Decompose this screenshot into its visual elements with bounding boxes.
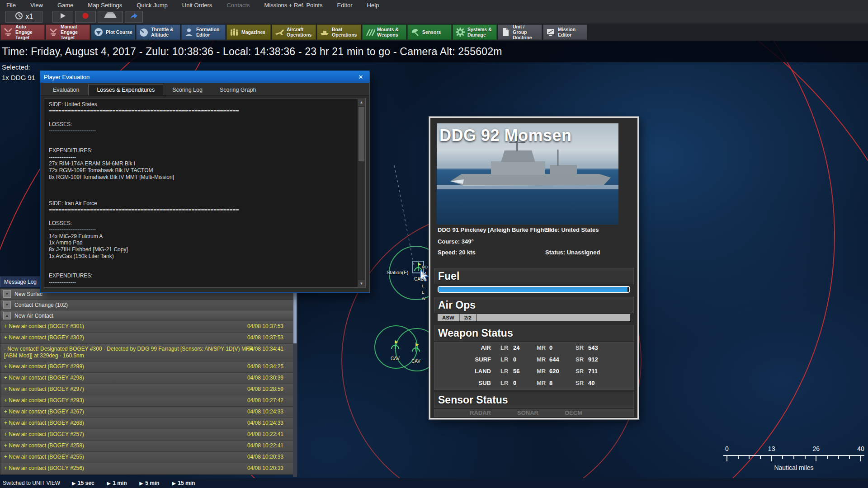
time-bar: Time: Friday, August 4, 2017 - Zulu: 10:… [0, 41, 868, 62]
message-log-body: ▼New Surfac▼Contact Change (102)▲New Air… [0, 288, 297, 475]
log-group-new-air-contact[interactable]: ▲New Air Contact [0, 310, 297, 321]
air-ops-cell-2-2[interactable]: 2/2 [460, 314, 477, 321]
tab-evaluation[interactable]: Evaluation [45, 84, 87, 95]
close-icon[interactable]: ✕ [356, 73, 366, 81]
menu-item-map-settings[interactable]: Map Settings [81, 1, 128, 9]
log-entry[interactable]: + New air contact (BOGEY #302)04/08 10:3… [0, 333, 297, 344]
menu-item-unit-orders[interactable]: Unit Orders [176, 1, 218, 9]
toolbar-button-mission-editor[interactable]: MissionEditor [543, 24, 587, 40]
toolbar-button-boat-operations[interactable]: BoatOperations [317, 24, 361, 40]
selected-value: 1x DDG 91 [2, 74, 35, 81]
log-entry[interactable]: + New air contact (BOGEY #255)04/08 10:2… [0, 452, 297, 463]
toolbar-button-magazines[interactable]: Magazines [226, 24, 271, 40]
log-entry[interactable]: + New air contact (BOGEY #256)04/08 10:2… [0, 463, 297, 474]
toolbar-button-label: FormationEditor [196, 27, 219, 38]
toolbar-button-aircraft-operations[interactable]: AircraftOperations [272, 24, 316, 40]
recorder-button[interactable] [98, 11, 123, 23]
air-ops-cell-asw[interactable]: ASW [438, 314, 460, 321]
toolbar-button-auto-engage-target[interactable]: Auto EngageTarget [0, 24, 45, 40]
dialog-title-bar[interactable]: Player Evaluation ✕ [40, 71, 369, 83]
dialog-text-line: 8x J-7IIH Fishbed [MiG-21 Copy] [49, 246, 354, 253]
log-group-contact-change-102[interactable]: ▼Contact Change (102) [0, 300, 297, 310]
toolbar-button-unit-group-doctrine[interactable]: Unit / GroupDoctrine [498, 24, 542, 40]
log-entry-text: + New air contact (BOGEY #257) [4, 431, 254, 438]
ship-class-row: DDG 91 Pinckney [Arleigh Burke Flight II… [438, 226, 633, 233]
toolbar-button-formation-editor[interactable]: FormationEditor [181, 24, 226, 40]
toolbar-button-label: Systems &Damage [467, 27, 492, 38]
tab-losses-expenditures[interactable]: Losses & Expenditures [88, 84, 163, 95]
toolbar-button-label: Magazines [241, 29, 265, 35]
sensor-toggle-radar[interactable]: RADAR [470, 409, 491, 416]
collapse-icon[interactable]: ▲ [3, 312, 11, 319]
toolbar-button-systems-damage[interactable]: Systems &Damage [453, 24, 497, 40]
log-entry[interactable]: + New air contact (BOGEY #299)04/08 10:3… [0, 361, 297, 373]
log-entry[interactable]: - New contact! Designated BOGEY #300 - D… [0, 344, 297, 361]
time-compression-button[interactable]: x1 [5, 11, 42, 23]
recorder-icon [104, 12, 117, 21]
log-entry[interactable]: + New air contact (BOGEY #267)04/08 10:2… [0, 407, 297, 418]
scroll-up-icon[interactable]: ▲ [358, 99, 365, 106]
message-log-scrollbar[interactable] [293, 288, 297, 477]
menu-item-file[interactable]: File [0, 1, 22, 9]
scale-unit-label: Nautical miles [723, 464, 864, 471]
toolbar-button-manual-engage-target[interactable]: ManualEngage Target [46, 24, 90, 40]
time-interval-5-min[interactable]: ▶5 min [140, 480, 160, 486]
log-entry[interactable]: + New air contact (BOGEY #297)04/08 10:2… [0, 384, 297, 395]
log-entry[interactable]: + New air contact (BOGEY #301)04/08 10:3… [0, 321, 297, 333]
menu-item-help[interactable]: Help [361, 1, 386, 9]
expand-icon[interactable]: ▼ [3, 290, 11, 298]
expand-icon[interactable]: ▼ [3, 301, 11, 309]
play-button[interactable] [52, 11, 73, 23]
menu-item-quick-jump[interactable]: Quick Jump [130, 1, 174, 9]
time-interval-1-min[interactable]: ▶1 min [107, 480, 127, 486]
dialog-text-line: LOSSES: [49, 220, 354, 227]
toolbar-button-plot-course[interactable]: Plot Course [91, 24, 135, 40]
time-interval-15-sec[interactable]: ▶15 sec [72, 480, 94, 486]
scroll-down-icon[interactable]: ▼ [358, 280, 365, 287]
weapon-range-label: LR [500, 368, 508, 375]
weapon-category: SURF [434, 356, 491, 363]
tab-scoring-log[interactable]: Scoring Log [164, 84, 211, 95]
jump-button[interactable] [125, 11, 143, 23]
sensor-toggle-sonar[interactable]: SONAR [517, 409, 538, 416]
toolbar-button-sensors[interactable]: Sensors [407, 24, 452, 40]
log-group-label: New Surfac [14, 291, 42, 297]
time-interval-15-min[interactable]: ▶15 min [172, 480, 195, 486]
weapon-count: 711 [588, 368, 598, 375]
toolbar-button-throttle-altitude[interactable]: Throttle &Altitude [136, 24, 180, 40]
log-entry[interactable]: + New air contact (BOGEY #258)04/08 10:2… [0, 441, 297, 452]
dialog-text-line: ========================================… [49, 108, 354, 115]
menu-item-editor[interactable]: Editor [331, 1, 359, 9]
log-group-label: New Air Contact [14, 313, 53, 319]
log-entry[interactable]: + New air contact (BOGEY #268)04/08 10:2… [0, 418, 297, 429]
tab-scoring-graph[interactable]: Scoring Graph [212, 84, 264, 95]
log-entry[interactable]: + New air contact (BOGEY #293)04/08 10:2… [0, 395, 297, 407]
menu-item-view[interactable]: View [24, 1, 49, 9]
sensor-toggle-oecm[interactable]: OECM [565, 409, 582, 416]
weapon-range-label: MR [537, 344, 546, 351]
log-entry-text: + New air contact (BOGEY #267) [4, 408, 254, 415]
message-log-scroll-thumb[interactable] [293, 289, 297, 343]
dialog-text-line: -------------------------- [49, 226, 354, 233]
record-button[interactable] [75, 11, 96, 23]
menu-item-missions-ref-points[interactable]: Missions + Ref. Points [258, 1, 329, 9]
log-entry-text: + New air contact (BOGEY #256) [4, 465, 254, 472]
weapon-count: 0 [513, 356, 516, 363]
cav-label-2: CAV [391, 356, 400, 361]
toolbar-button-label: Unit / GroupDoctrine [513, 24, 540, 40]
scale-tick-minor [838, 456, 839, 459]
log-entry[interactable]: + New air contact (BOGEY #257)04/08 10:2… [0, 429, 297, 441]
dialog-text: SIDE: United States=====================… [49, 101, 354, 286]
dialog-text-line: 1x AvGas (150k Liter Tank) [49, 253, 354, 260]
toolbar-button-mounts-weapons[interactable]: Mounts &Weapons [362, 24, 406, 40]
dialog-scroll-thumb[interactable] [359, 107, 364, 161]
ship-speed-row: Speed: 20 kts Status: Unassigned [438, 249, 633, 256]
weapon-range-label: SR [576, 344, 584, 351]
log-entry-text: + New air contact (BOGEY #293) [4, 397, 254, 404]
log-entry[interactable]: + New air contact (BOGEY #298)04/08 10:3… [0, 373, 297, 384]
menu-item-game[interactable]: Game [51, 1, 80, 9]
dialog-scrollbar[interactable]: ▲ ▼ [358, 99, 365, 287]
time-control-row: x1 [0, 10, 868, 23]
log-entry-timestamp: 04/08 10:20:33 [247, 465, 283, 471]
engage-auto-icon [3, 27, 14, 38]
